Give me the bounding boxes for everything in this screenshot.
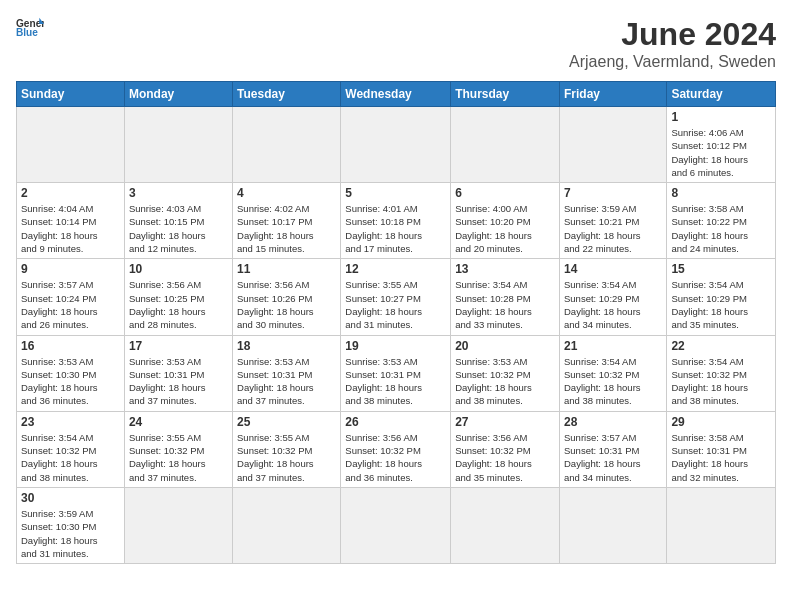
calendar-header-row: Sunday Monday Tuesday Wednesday Thursday… [17, 82, 776, 107]
day-number: 2 [21, 186, 120, 200]
table-row [233, 487, 341, 563]
day-info: Sunrise: 3:55 AM Sunset: 10:32 PM Daylig… [129, 431, 228, 484]
day-number: 20 [455, 339, 555, 353]
day-info: Sunrise: 3:57 AM Sunset: 10:24 PM Daylig… [21, 278, 120, 331]
day-number: 4 [237, 186, 336, 200]
day-number: 25 [237, 415, 336, 429]
col-sunday: Sunday [17, 82, 125, 107]
table-row: 23Sunrise: 3:54 AM Sunset: 10:32 PM Dayl… [17, 411, 125, 487]
col-monday: Monday [124, 82, 232, 107]
col-tuesday: Tuesday [233, 82, 341, 107]
table-row: 13Sunrise: 3:54 AM Sunset: 10:28 PM Dayl… [451, 259, 560, 335]
day-info: Sunrise: 4:02 AM Sunset: 10:17 PM Daylig… [237, 202, 336, 255]
table-row [451, 487, 560, 563]
day-number: 26 [345, 415, 446, 429]
table-row: 22Sunrise: 3:54 AM Sunset: 10:32 PM Dayl… [667, 335, 776, 411]
day-number: 7 [564, 186, 662, 200]
day-number: 18 [237, 339, 336, 353]
day-info: Sunrise: 3:55 AM Sunset: 10:32 PM Daylig… [237, 431, 336, 484]
day-info: Sunrise: 3:56 AM Sunset: 10:32 PM Daylig… [455, 431, 555, 484]
day-number: 27 [455, 415, 555, 429]
table-row: 25Sunrise: 3:55 AM Sunset: 10:32 PM Dayl… [233, 411, 341, 487]
day-info: Sunrise: 3:56 AM Sunset: 10:26 PM Daylig… [237, 278, 336, 331]
day-number: 1 [671, 110, 771, 124]
day-info: Sunrise: 3:54 AM Sunset: 10:29 PM Daylig… [564, 278, 662, 331]
col-saturday: Saturday [667, 82, 776, 107]
day-info: Sunrise: 3:53 AM Sunset: 10:31 PM Daylig… [345, 355, 446, 408]
table-row: 9Sunrise: 3:57 AM Sunset: 10:24 PM Dayli… [17, 259, 125, 335]
day-number: 10 [129, 262, 228, 276]
col-wednesday: Wednesday [341, 82, 451, 107]
calendar-week-row: 2Sunrise: 4:04 AM Sunset: 10:14 PM Dayli… [17, 183, 776, 259]
col-friday: Friday [559, 82, 666, 107]
day-number: 9 [21, 262, 120, 276]
table-row: 14Sunrise: 3:54 AM Sunset: 10:29 PM Dayl… [559, 259, 666, 335]
day-info: Sunrise: 3:54 AM Sunset: 10:29 PM Daylig… [671, 278, 771, 331]
day-number: 11 [237, 262, 336, 276]
day-info: Sunrise: 4:04 AM Sunset: 10:14 PM Daylig… [21, 202, 120, 255]
location: Arjaeng, Vaermland, Sweden [569, 53, 776, 71]
table-row: 10Sunrise: 3:56 AM Sunset: 10:25 PM Dayl… [124, 259, 232, 335]
title-block: June 2024 Arjaeng, Vaermland, Sweden [569, 16, 776, 71]
calendar-week-row: 23Sunrise: 3:54 AM Sunset: 10:32 PM Dayl… [17, 411, 776, 487]
table-row [124, 107, 232, 183]
table-row [341, 487, 451, 563]
table-row: 6Sunrise: 4:00 AM Sunset: 10:20 PM Dayli… [451, 183, 560, 259]
table-row: 21Sunrise: 3:54 AM Sunset: 10:32 PM Dayl… [559, 335, 666, 411]
month-year: June 2024 [569, 16, 776, 53]
day-number: 5 [345, 186, 446, 200]
day-number: 29 [671, 415, 771, 429]
day-info: Sunrise: 4:00 AM Sunset: 10:20 PM Daylig… [455, 202, 555, 255]
table-row [341, 107, 451, 183]
day-info: Sunrise: 3:53 AM Sunset: 10:31 PM Daylig… [129, 355, 228, 408]
calendar-week-row: 30Sunrise: 3:59 AM Sunset: 10:30 PM Dayl… [17, 487, 776, 563]
table-row [451, 107, 560, 183]
day-number: 8 [671, 186, 771, 200]
day-number: 24 [129, 415, 228, 429]
table-row: 18Sunrise: 3:53 AM Sunset: 10:31 PM Dayl… [233, 335, 341, 411]
table-row: 20Sunrise: 3:53 AM Sunset: 10:32 PM Dayl… [451, 335, 560, 411]
day-number: 21 [564, 339, 662, 353]
table-row: 24Sunrise: 3:55 AM Sunset: 10:32 PM Dayl… [124, 411, 232, 487]
day-number: 6 [455, 186, 555, 200]
day-info: Sunrise: 4:01 AM Sunset: 10:18 PM Daylig… [345, 202, 446, 255]
day-number: 23 [21, 415, 120, 429]
day-info: Sunrise: 3:54 AM Sunset: 10:32 PM Daylig… [21, 431, 120, 484]
table-row [559, 107, 666, 183]
day-info: Sunrise: 3:53 AM Sunset: 10:32 PM Daylig… [455, 355, 555, 408]
table-row: 19Sunrise: 3:53 AM Sunset: 10:31 PM Dayl… [341, 335, 451, 411]
table-row: 17Sunrise: 3:53 AM Sunset: 10:31 PM Dayl… [124, 335, 232, 411]
day-info: Sunrise: 3:56 AM Sunset: 10:25 PM Daylig… [129, 278, 228, 331]
day-number: 15 [671, 262, 771, 276]
table-row: 16Sunrise: 3:53 AM Sunset: 10:30 PM Dayl… [17, 335, 125, 411]
logo-icon: General Blue [16, 16, 44, 38]
table-row: 3Sunrise: 4:03 AM Sunset: 10:15 PM Dayli… [124, 183, 232, 259]
table-row: 12Sunrise: 3:55 AM Sunset: 10:27 PM Dayl… [341, 259, 451, 335]
table-row [667, 487, 776, 563]
day-number: 14 [564, 262, 662, 276]
table-row: 1Sunrise: 4:06 AM Sunset: 10:12 PM Dayli… [667, 107, 776, 183]
table-row: 7Sunrise: 3:59 AM Sunset: 10:21 PM Dayli… [559, 183, 666, 259]
col-thursday: Thursday [451, 82, 560, 107]
day-info: Sunrise: 3:58 AM Sunset: 10:22 PM Daylig… [671, 202, 771, 255]
table-row: 27Sunrise: 3:56 AM Sunset: 10:32 PM Dayl… [451, 411, 560, 487]
logo: General Blue [16, 16, 44, 38]
day-number: 17 [129, 339, 228, 353]
table-row: 30Sunrise: 3:59 AM Sunset: 10:30 PM Dayl… [17, 487, 125, 563]
day-info: Sunrise: 3:54 AM Sunset: 10:32 PM Daylig… [671, 355, 771, 408]
calendar-week-row: 9Sunrise: 3:57 AM Sunset: 10:24 PM Dayli… [17, 259, 776, 335]
day-number: 30 [21, 491, 120, 505]
svg-text:Blue: Blue [16, 27, 38, 38]
table-row: 4Sunrise: 4:02 AM Sunset: 10:17 PM Dayli… [233, 183, 341, 259]
day-info: Sunrise: 3:54 AM Sunset: 10:28 PM Daylig… [455, 278, 555, 331]
day-info: Sunrise: 4:03 AM Sunset: 10:15 PM Daylig… [129, 202, 228, 255]
table-row: 11Sunrise: 3:56 AM Sunset: 10:26 PM Dayl… [233, 259, 341, 335]
day-info: Sunrise: 4:06 AM Sunset: 10:12 PM Daylig… [671, 126, 771, 179]
day-info: Sunrise: 3:56 AM Sunset: 10:32 PM Daylig… [345, 431, 446, 484]
day-info: Sunrise: 3:54 AM Sunset: 10:32 PM Daylig… [564, 355, 662, 408]
table-row [17, 107, 125, 183]
day-number: 12 [345, 262, 446, 276]
day-number: 22 [671, 339, 771, 353]
table-row [124, 487, 232, 563]
day-info: Sunrise: 3:59 AM Sunset: 10:30 PM Daylig… [21, 507, 120, 560]
